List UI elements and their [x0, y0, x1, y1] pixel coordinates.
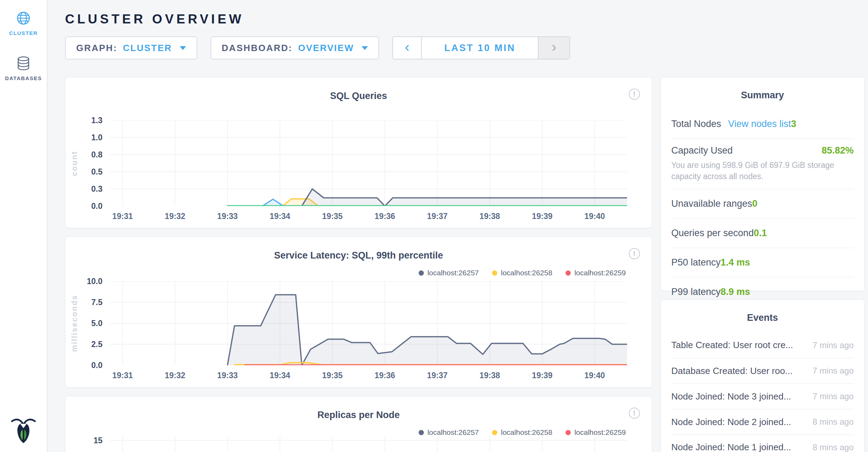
summary-value: 85.82% [821, 145, 854, 156]
replicas-per-node-chart-card: Replicas per Node ! localhost:26257local… [65, 396, 652, 452]
chart-legend: localhost:26257localhost:26258localhost:… [65, 269, 626, 277]
legend-dot [565, 270, 571, 276]
summary-panel: Summary Total NodesView nodes list3Capac… [661, 77, 865, 291]
summary-row-main: Total NodesView nodes list3 [671, 119, 796, 129]
time-range-next-button[interactable]: › [538, 37, 569, 59]
summary-label: Total Nodes [671, 119, 721, 129]
x-tick-label: 19:36 [375, 212, 395, 221]
chart-svg [109, 120, 627, 206]
chart-plot-area: 0.02.55.07.510.0milliseconds 19:3119:321… [65, 281, 652, 382]
x-tick-label: 19:34 [270, 212, 290, 221]
x-tick-label: 19:38 [479, 212, 500, 221]
event-text: Table Created: User root cre... [671, 340, 793, 351]
chart-svg [109, 281, 627, 365]
y-tick-label: 5.0 [91, 319, 102, 328]
view-nodes-list-link[interactable]: View nodes list [728, 119, 791, 129]
time-range-prev-button[interactable]: ‹ [393, 37, 422, 59]
summary-rows: Total NodesView nodes list3Capacity Used… [671, 109, 854, 306]
main-content: CLUSTER OVERVIEW GRAPH: CLUSTER DASHBOAR… [48, 0, 868, 452]
event-row[interactable]: Node Joined: Node 3 joined...7 mins ago [671, 383, 854, 409]
legend-item: localhost:26259 [565, 269, 626, 277]
info-icon[interactable]: ! [629, 408, 640, 419]
x-tick-label: 19:31 [112, 371, 133, 380]
globe-icon [16, 10, 31, 26]
x-tick-label: 19:32 [165, 212, 185, 221]
x-tick-label: 19:37 [427, 371, 448, 380]
controls-bar: GRAPH: CLUSTER DASHBOARD: OVERVIEW ‹ LAS… [65, 36, 865, 59]
event-row[interactable]: Database Created: User roo...7 mins ago [671, 358, 854, 383]
event-text: Database Created: User roo... [671, 366, 793, 376]
summary-label-wrap: Queries per second [671, 228, 754, 239]
chevron-down-icon [180, 46, 186, 50]
event-time: 7 mins ago [813, 340, 854, 350]
page-title: CLUSTER OVERVIEW [65, 12, 865, 27]
chart-title: Service Latency: SQL, 99th percentile [65, 237, 652, 261]
y-tick-label: 0.3 [91, 184, 102, 194]
chart-title: SQL Queries [65, 77, 652, 101]
y-tick-label: 2.5 [91, 340, 102, 349]
summary-value: 0.1 [754, 228, 767, 239]
time-range-selector: ‹ LAST 10 MIN › [392, 36, 570, 59]
legend-item: localhost:26258 [492, 269, 552, 277]
event-time: 8 mins ago [813, 443, 854, 452]
event-row[interactable]: Node Joined: Node 2 joined...8 mins ago [671, 409, 854, 435]
x-tick-label: 19:36 [375, 371, 395, 380]
summary-row: Queries per second0.1 [671, 218, 854, 248]
y-tick-label: 0.8 [91, 150, 102, 160]
y-axis: 0.02.55.07.510.0milliseconds [65, 281, 109, 365]
summary-label-wrap: P50 latency [671, 257, 721, 268]
x-tick-label: 19:34 [270, 371, 290, 380]
event-text: Node Joined: Node 1 joined... [671, 442, 791, 452]
x-tick-label: 19:35 [322, 212, 343, 221]
event-rows: Table Created: User root cre...7 mins ag… [671, 332, 854, 452]
event-row[interactable]: Table Created: User root cre...7 mins ag… [671, 332, 854, 358]
event-text: Node Joined: Node 3 joined... [671, 391, 791, 402]
summary-row-main: Capacity Used85.82% [671, 145, 854, 156]
graph-dropdown[interactable]: GRAPH: CLUSTER [65, 36, 197, 59]
summary-label: Capacity Used [671, 145, 733, 156]
x-tick-label: 19:38 [479, 371, 500, 380]
legend-dot [419, 270, 424, 276]
x-tick-label: 19:37 [427, 212, 448, 221]
summary-label: Unavailable ranges [671, 198, 752, 209]
legend-item: localhost:26257 [419, 269, 479, 277]
info-icon[interactable]: ! [629, 248, 640, 259]
sql-queries-chart-card: SQL Queries ! 0.00.30.50.81.01.3count 19… [65, 77, 652, 228]
x-tick-label: 19:32 [165, 371, 185, 380]
y-axis-unit-label: milliseconds [70, 295, 79, 352]
y-tick-label: 1.3 [91, 116, 102, 125]
event-text: Node Joined: Node 2 joined... [671, 417, 791, 428]
y-tick-label: 7.5 [91, 298, 102, 307]
x-tick-label: 19:35 [322, 371, 343, 380]
dashboard-dropdown[interactable]: DASHBOARD: OVERVIEW [211, 36, 379, 59]
x-tick-label: 19:33 [217, 212, 238, 221]
x-axis: 19:3119:3219:3319:3419:3519:3619:3719:38… [109, 206, 652, 223]
legend-label: localhost:26257 [427, 269, 479, 277]
chart-title: Replicas per Node [65, 396, 652, 421]
sidebar-item-label: CLUSTER [9, 30, 38, 36]
summary-label-wrap: Unavailable ranges [671, 198, 752, 209]
sidebar-item-cluster[interactable]: CLUSTER [9, 10, 38, 36]
service-latency-chart-card: Service Latency: SQL, 99th percentile ! … [65, 236, 652, 388]
y-axis: 0.00.30.50.81.01.3count [65, 120, 109, 206]
summary-label: P50 latency [671, 257, 721, 268]
summary-row-main: P50 latency1.4 ms [671, 257, 750, 268]
summary-row: Capacity Used85.82%You are using 598.9 G… [671, 139, 854, 189]
legend-label: localhost:26259 [574, 269, 626, 277]
summary-value: 1.4 ms [721, 257, 750, 268]
legend-dot [492, 430, 497, 435]
summary-row-main: Queries per second0.1 [671, 228, 767, 239]
x-tick-label: 19:31 [112, 212, 133, 221]
event-row[interactable]: Node Joined: Node 1 joined...8 mins ago [671, 435, 854, 452]
plot [109, 436, 627, 452]
graph-dropdown-label: GRAPH: [76, 43, 118, 54]
event-time: 8 mins ago [813, 417, 854, 427]
dashboard-dropdown-label: DASHBOARD: [222, 43, 293, 54]
y-tick-label: 0.5 [91, 167, 102, 177]
time-range-label[interactable]: LAST 10 MIN [422, 37, 538, 59]
x-tick-label: 19:39 [532, 212, 553, 221]
summary-row-main: P99 latency8.9 ms [671, 287, 750, 297]
sidebar-item-databases[interactable]: DATABASES [5, 56, 42, 81]
summary-label: P99 latency [671, 287, 721, 297]
info-icon[interactable]: ! [629, 89, 640, 100]
